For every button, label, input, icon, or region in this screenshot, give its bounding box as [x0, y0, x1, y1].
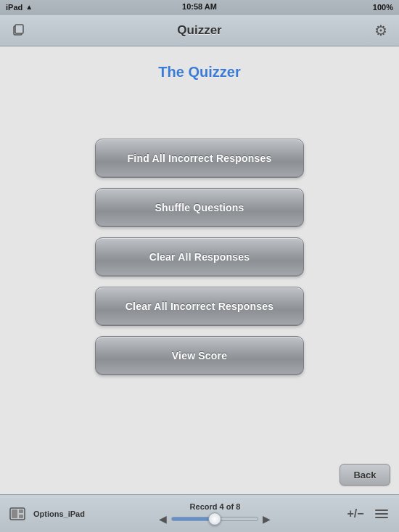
toolbar-right: +/−: [345, 504, 392, 524]
shuffle-questions-button[interactable]: Shuffle Questions: [95, 188, 304, 227]
device-label: iPad: [6, 3, 22, 12]
list-icon[interactable]: [371, 504, 392, 524]
next-arrow[interactable]: ▶: [263, 513, 271, 525]
toolbar-left: Options_iPad: [7, 504, 85, 524]
svg-rect-4: [19, 510, 23, 513]
duplicate-icon[interactable]: [7, 20, 29, 41]
page-title: The Quizzer: [158, 64, 240, 81]
status-left: iPad ▲: [6, 3, 33, 12]
prev-arrow[interactable]: ◀: [159, 513, 167, 525]
layout-label: Options_iPad: [33, 510, 85, 518]
gear-icon[interactable]: ⚙: [370, 20, 392, 41]
slider-thumb[interactable]: [208, 512, 221, 525]
status-bar: iPad ▲ 10:58 AM 100%: [0, 0, 399, 15]
bottom-toolbar: Options_iPad Record 4 of 8 ◀ ▶ +/−: [0, 494, 399, 532]
main-content: The Quizzer Find All Incorrect Responses…: [0, 46, 399, 494]
wifi-icon: ▲: [25, 3, 33, 11]
nav-title: Quizzer: [177, 23, 221, 38]
clear-all-responses-button[interactable]: Clear All Responses: [95, 237, 304, 277]
find-all-incorrect-button[interactable]: Find All Incorrect Responses: [95, 139, 304, 178]
toolbar-center: Record 4 of 8 ◀ ▶: [159, 502, 271, 525]
svg-rect-6: [375, 510, 388, 511]
buttons-container: Find All Incorrect Responses Shuffle Que…: [0, 139, 399, 375]
svg-rect-3: [12, 510, 17, 518]
plus-minus-button[interactable]: +/−: [345, 504, 366, 524]
svg-rect-1: [15, 25, 23, 33]
view-score-button[interactable]: View Score: [95, 336, 304, 375]
status-time: 10:58 AM: [182, 2, 217, 11]
nav-bar: Quizzer ⚙: [0, 15, 399, 46]
slider-track[interactable]: [171, 517, 258, 521]
back-button[interactable]: Back: [340, 464, 390, 486]
slider-container: ◀ ▶: [159, 513, 271, 525]
svg-rect-8: [375, 517, 388, 518]
svg-rect-7: [375, 513, 388, 515]
status-battery: 100%: [373, 3, 393, 12]
svg-rect-5: [19, 515, 23, 518]
layout-icon[interactable]: [7, 504, 28, 524]
record-label: Record 4 of 8: [190, 502, 241, 511]
clear-all-incorrect-responses-button[interactable]: Clear All Incorrect Responses: [95, 287, 304, 326]
